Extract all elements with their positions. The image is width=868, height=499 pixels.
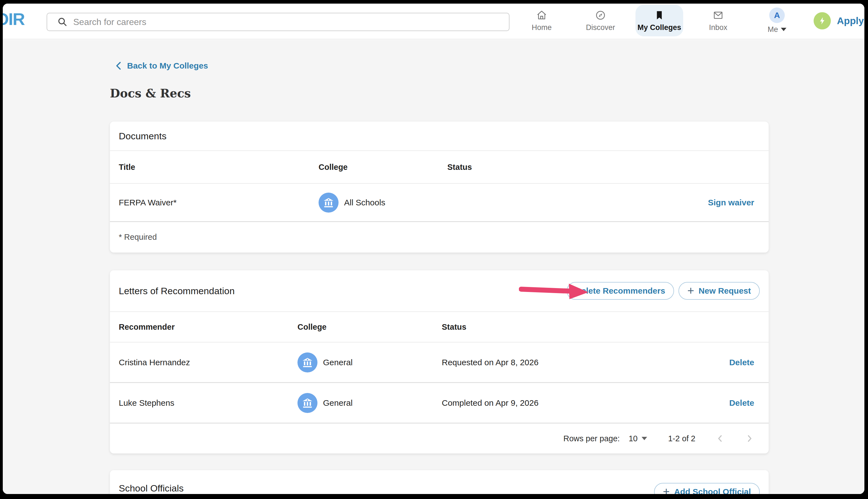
nav-item-my-colleges[interactable]: My Colleges bbox=[635, 5, 683, 36]
apply-with-scoir-button[interactable]: Apply with bbox=[814, 12, 864, 29]
lightning-icon bbox=[814, 12, 831, 29]
nav-label: Home bbox=[532, 23, 552, 32]
recommendation-college: General bbox=[323, 358, 353, 367]
delete-link[interactable]: Delete bbox=[729, 398, 754, 408]
envelope-icon bbox=[712, 10, 724, 21]
search-icon bbox=[57, 17, 68, 27]
rows-per-page-select[interactable]: 10 bbox=[628, 434, 647, 443]
college-bank-icon bbox=[297, 393, 317, 413]
nav-item-me[interactable]: A Me bbox=[753, 5, 801, 36]
documents-footnote-row: * Required bbox=[110, 222, 769, 252]
column-status: Status bbox=[442, 322, 754, 332]
sign-waiver-link[interactable]: Sign waiver bbox=[708, 198, 754, 207]
table-pagination: Rows per page: 10 1-2 of 2 bbox=[110, 424, 769, 453]
letters-title: Letters of Recommendation bbox=[119, 285, 235, 296]
scoir-logo[interactable]: OIR bbox=[3, 9, 24, 29]
career-search[interactable] bbox=[47, 13, 510, 31]
column-recommender: Recommender bbox=[119, 322, 297, 332]
nav-label: Me bbox=[768, 25, 778, 34]
recommendation-college: General bbox=[323, 398, 353, 408]
letters-table-header: Recommender College Status bbox=[110, 312, 769, 342]
recommender-name: Luke Stephens bbox=[119, 398, 297, 408]
table-row: Luke Stephens General Comp bbox=[110, 383, 769, 424]
column-college: College bbox=[319, 163, 447, 172]
next-page-button[interactable] bbox=[745, 434, 754, 443]
delete-recommenders-button[interactable]: Delete Recommenders bbox=[567, 282, 674, 300]
previous-page-button[interactable] bbox=[716, 434, 725, 443]
document-title: FERPA Waiver* bbox=[119, 198, 319, 207]
documents-card-header: Documents bbox=[110, 122, 769, 151]
compass-icon bbox=[595, 10, 606, 21]
nav-item-discover[interactable]: Discover bbox=[577, 5, 624, 36]
new-request-button[interactable]: + New Request bbox=[678, 282, 760, 300]
recommendation-status: Completed on Apr 9, 2026 bbox=[442, 398, 729, 408]
column-status: Status bbox=[447, 163, 754, 172]
column-college: College bbox=[297, 322, 442, 332]
select-caret-icon bbox=[641, 437, 647, 440]
letters-card-header: Letters of Recommendation Delete Recomme… bbox=[110, 270, 769, 312]
avatar: A bbox=[769, 8, 785, 23]
documents-card: Documents Title College Status FERPA Wai… bbox=[110, 122, 769, 253]
school-officials-title: School Officials bbox=[119, 483, 184, 494]
top-navigation-bar: OIR Home bbox=[3, 4, 864, 39]
chevron-down-icon bbox=[781, 28, 786, 31]
add-school-official-button[interactable]: + Add School Official bbox=[654, 483, 760, 494]
delete-link[interactable]: Delete bbox=[729, 358, 754, 367]
required-footnote: * Required bbox=[119, 233, 157, 242]
documents-title: Documents bbox=[119, 131, 167, 142]
page-title: Docs & Recs bbox=[110, 87, 191, 100]
back-to-my-colleges-link[interactable]: Back to My Colleges bbox=[115, 61, 208, 71]
nav-item-home[interactable]: Home bbox=[518, 5, 565, 36]
nav-label: My Colleges bbox=[637, 23, 681, 32]
table-row: FERPA Waiver* All Schools bbox=[110, 184, 769, 222]
home-icon bbox=[536, 10, 548, 21]
table-row: Cristina Hernandez General bbox=[110, 342, 769, 383]
app-window: OIR Home bbox=[3, 4, 864, 494]
pagination-range: 1-2 of 2 bbox=[668, 434, 695, 443]
bookmark-icon bbox=[653, 10, 665, 21]
column-title: Title bbox=[119, 163, 319, 172]
chevron-left-icon bbox=[115, 61, 122, 71]
letters-of-recommendation-card: Letters of Recommendation Delete Recomme… bbox=[110, 270, 769, 453]
recommendation-status: Requested on Apr 8, 2026 bbox=[442, 358, 729, 367]
rows-per-page-label: Rows per page: bbox=[563, 434, 620, 443]
college-bank-icon bbox=[319, 193, 339, 212]
nav-label: Discover bbox=[586, 23, 615, 32]
nav-label: Inbox bbox=[709, 23, 727, 32]
recommender-name: Cristina Hernandez bbox=[119, 358, 297, 367]
search-input[interactable] bbox=[73, 17, 507, 27]
apply-label: Apply with bbox=[837, 15, 864, 26]
document-college: All Schools bbox=[344, 198, 385, 207]
documents-table-header: Title College Status bbox=[110, 151, 769, 184]
main-content: Back to My Colleges Docs & Recs Document… bbox=[3, 40, 864, 494]
college-bank-icon bbox=[297, 352, 317, 373]
nav-item-inbox[interactable]: Inbox bbox=[694, 5, 742, 36]
school-officials-card: School Officials Tell us who will send y… bbox=[110, 470, 769, 494]
